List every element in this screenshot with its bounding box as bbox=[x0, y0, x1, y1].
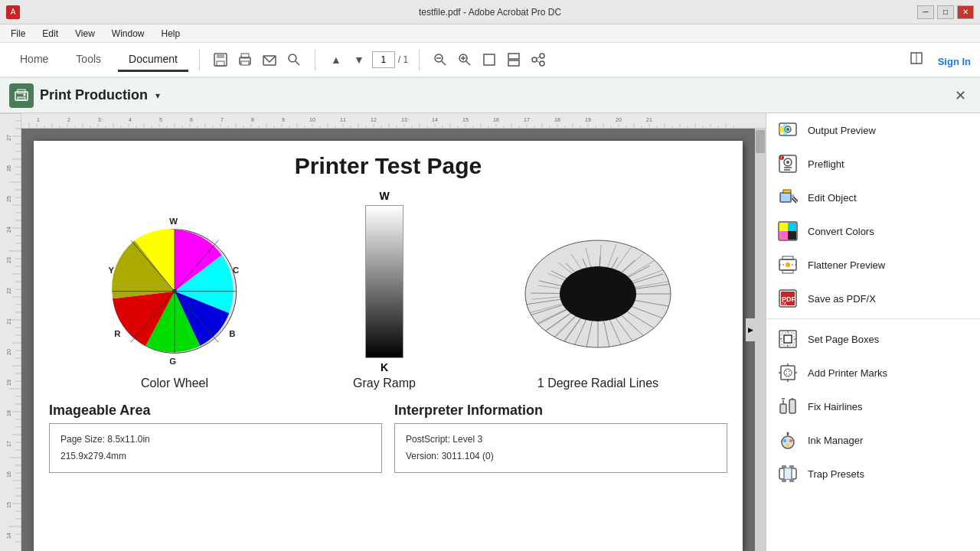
panel-item-ink-manager[interactable]: Ink Manager bbox=[766, 423, 980, 457]
svg-text:B: B bbox=[229, 329, 235, 338]
svg-text:20: 20 bbox=[6, 349, 11, 355]
svg-point-306 bbox=[786, 262, 790, 267]
svg-rect-299 bbox=[788, 223, 796, 231]
svg-rect-344 bbox=[789, 479, 794, 482]
svg-text:26: 26 bbox=[6, 165, 11, 171]
svg-text:Y: Y bbox=[109, 266, 115, 275]
panel-item-add-printer-marks[interactable]: Add Printer Marks bbox=[766, 356, 980, 390]
panel-item-output-preview[interactable]: Output Preview bbox=[766, 113, 980, 147]
menu-edit[interactable]: Edit bbox=[34, 27, 66, 41]
svg-point-7 bbox=[289, 54, 296, 62]
edit-object-icon bbox=[777, 187, 799, 208]
graphics-row: W Y C R B bbox=[49, 190, 727, 390]
panel-item-save-pdfx[interactable]: PDF /X Save as PDF/X bbox=[766, 282, 980, 315]
interpreter-line1: PostScript: Level 3 bbox=[406, 432, 716, 448]
panel-item-trap-presets[interactable]: Trap Presets bbox=[766, 457, 980, 491]
page-title: Printer Test Page bbox=[49, 153, 727, 179]
panel-item-fix-hairlines[interactable]: Fix Hairlines bbox=[766, 390, 980, 423]
email-icon[interactable] bbox=[260, 50, 279, 70]
svg-text:G: G bbox=[169, 357, 176, 366]
svg-line-326 bbox=[785, 373, 787, 376]
save-pdfx-icon: PDF /X bbox=[777, 288, 799, 309]
maximize-button[interactable]: □ bbox=[937, 5, 954, 19]
svg-rect-5 bbox=[241, 61, 249, 65]
panel-collapse-arrow[interactable]: ▶ bbox=[746, 318, 755, 341]
nav-next-icon[interactable]: ▼ bbox=[349, 50, 369, 70]
panel-item-set-page-boxes[interactable]: Set Page Boxes bbox=[766, 322, 980, 356]
svg-text:2: 2 bbox=[67, 117, 70, 122]
gray-ramp-label: Gray Ramp bbox=[353, 377, 416, 390]
svg-rect-1 bbox=[217, 54, 224, 58]
print-icon[interactable] bbox=[235, 50, 255, 70]
gray-ramp-top-label: W bbox=[353, 190, 416, 202]
right-panel: Output Preview ! Preflight bbox=[766, 113, 980, 551]
zoom-out-icon[interactable] bbox=[430, 50, 450, 70]
menu-help[interactable]: Help bbox=[154, 27, 188, 41]
svg-rect-17 bbox=[508, 54, 519, 59]
tab-document[interactable]: Document bbox=[118, 48, 188, 72]
panel-item-preflight[interactable]: ! Preflight bbox=[766, 147, 980, 181]
svg-text:25: 25 bbox=[6, 196, 11, 202]
tab-tools[interactable]: Tools bbox=[65, 48, 112, 72]
sign-in-button[interactable]: Sign In bbox=[938, 56, 971, 67]
svg-text:11: 11 bbox=[340, 117, 346, 122]
share-icon[interactable] bbox=[528, 50, 548, 70]
page-input[interactable] bbox=[372, 51, 395, 68]
page-view-icon[interactable] bbox=[479, 50, 499, 70]
print-production-dropdown[interactable]: ▾ bbox=[155, 90, 160, 101]
panel-item-flattener-preview[interactable]: Flattener Preview bbox=[766, 248, 980, 282]
radial-lines-label: 1 Degree Radial Lines bbox=[521, 377, 675, 390]
svg-line-325 bbox=[789, 370, 791, 372]
svg-line-10 bbox=[442, 61, 446, 65]
scroll-view-icon[interactable] bbox=[504, 50, 524, 70]
flattener-preview-icon bbox=[777, 254, 799, 276]
menu-window[interactable]: Window bbox=[104, 27, 152, 41]
output-preview-icon bbox=[777, 119, 799, 141]
save-icon[interactable] bbox=[211, 50, 230, 70]
print-production-bar: Print Production ▾ ✕ bbox=[0, 78, 980, 113]
color-wheel-item: W Y C R B bbox=[102, 213, 247, 390]
svg-rect-342 bbox=[789, 465, 794, 468]
zoom-icons bbox=[430, 50, 548, 70]
page-sep: / 1 bbox=[398, 54, 408, 65]
toolbar: Home Tools Document ▲ ▼ / 1 bbox=[0, 43, 980, 78]
tab-home[interactable]: Home bbox=[9, 48, 59, 72]
svg-point-287 bbox=[786, 161, 789, 164]
ink-manager-icon bbox=[777, 429, 799, 451]
close-button[interactable]: ✕ bbox=[957, 5, 974, 19]
panel-collapse-icon[interactable] bbox=[910, 51, 923, 65]
scrollbar-vertical[interactable] bbox=[755, 129, 766, 551]
menu-view[interactable]: View bbox=[67, 27, 103, 41]
svg-text:22: 22 bbox=[6, 288, 11, 294]
svg-rect-102 bbox=[21, 113, 766, 129]
svg-text:5: 5 bbox=[159, 117, 162, 122]
zoom-in-icon[interactable] bbox=[455, 50, 475, 70]
menu-file[interactable]: File bbox=[3, 27, 33, 41]
print-production-close[interactable]: ✕ bbox=[949, 85, 971, 106]
fix-hairlines-icon bbox=[777, 396, 799, 417]
svg-text:6: 6 bbox=[190, 117, 193, 122]
minimize-button[interactable]: ─ bbox=[917, 5, 934, 19]
svg-point-20 bbox=[532, 57, 537, 62]
output-preview-label: Output Preview bbox=[808, 125, 876, 136]
preflight-icon: ! bbox=[777, 153, 799, 174]
edit-object-label: Edit Object bbox=[808, 192, 857, 204]
gray-ramp-bottom-label: K bbox=[353, 361, 416, 373]
svg-line-23 bbox=[537, 61, 540, 64]
svg-point-223 bbox=[172, 289, 177, 294]
set-page-boxes-label: Set Page Boxes bbox=[808, 334, 879, 345]
svg-rect-284 bbox=[783, 123, 787, 135]
svg-rect-343 bbox=[782, 479, 786, 482]
panel-item-edit-object[interactable]: Edit Object bbox=[766, 181, 980, 214]
vertical-ruler: 27 26 25 24 23 22 21 20 19 18 17 16 15 1… bbox=[0, 113, 21, 551]
search-icon[interactable] bbox=[284, 50, 304, 70]
svg-rect-341 bbox=[782, 465, 786, 468]
svg-text:15: 15 bbox=[6, 502, 11, 508]
panel-item-convert-colors[interactable]: Convert Colors bbox=[766, 214, 980, 248]
svg-text:18: 18 bbox=[6, 410, 11, 416]
svg-text:21: 21 bbox=[646, 117, 652, 122]
svg-point-334 bbox=[783, 439, 786, 442]
nav-prev-icon[interactable]: ▲ bbox=[326, 50, 346, 70]
ink-manager-label: Ink Manager bbox=[808, 435, 863, 446]
panel-divider-1 bbox=[766, 318, 980, 319]
